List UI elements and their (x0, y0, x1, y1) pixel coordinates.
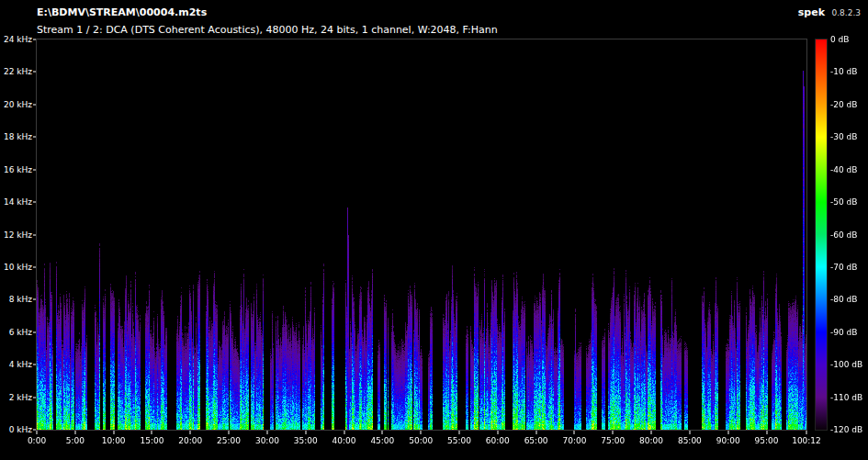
time-tick-mark (574, 431, 575, 434)
freq-tick-label: 4 kHz (9, 360, 32, 369)
freq-tick-label: 10 kHz (4, 263, 32, 272)
freq-tick-label: 22 kHz (4, 67, 32, 76)
time-tick-mark (74, 431, 75, 434)
time-tick-mark (613, 431, 614, 434)
legend-gradient-bar (816, 39, 827, 430)
time-tick-mark (305, 431, 306, 434)
time-tick-mark (421, 431, 422, 434)
time-tick-label: 20:00 (178, 436, 202, 445)
spectrogram-canvas[interactable] (37, 39, 806, 430)
spectrogram-plot[interactable] (37, 39, 806, 430)
time-tick-mark (190, 431, 191, 434)
app-name: spek (798, 6, 825, 18)
time-tick-label: 30:00 (255, 436, 279, 445)
freq-tick-label: 24 kHz (4, 35, 32, 44)
time-tick-label: 5:00 (66, 436, 85, 445)
time-tick-mark (37, 431, 38, 434)
freq-tick-label: 16 kHz (4, 165, 32, 174)
frequency-axis: 24 kHz22 kHz20 kHz18 kHz16 kHz14 kHz12 k… (0, 39, 32, 430)
time-tick-mark (152, 431, 152, 434)
legend-db-label: -20 dB (830, 100, 857, 109)
legend-db-label: -120 dB (830, 425, 862, 434)
freq-tick-label: 8 kHz (9, 295, 32, 304)
time-tick-mark (806, 431, 807, 434)
time-tick-mark (497, 431, 498, 434)
time-tick-label: 95:00 (755, 436, 779, 445)
time-tick-label: 90:00 (716, 436, 740, 445)
legend-db-label: -100 dB (830, 360, 862, 369)
time-tick-mark (689, 431, 690, 434)
time-tick-label: 85:00 (678, 436, 702, 445)
time-tick-label: 15:00 (140, 436, 163, 445)
legend-db-label: 0 dB (830, 35, 849, 44)
legend-db-label: -90 dB (830, 328, 857, 337)
spek-window: E:\BDMV\STREAM\00004.m2ts spek 0.8.2.3 S… (0, 0, 868, 460)
freq-tick-label: 6 kHz (9, 328, 32, 337)
time-tick-mark (651, 431, 652, 434)
time-axis: 0:005:0010:0015:0020:0025:0030:0035:0040… (37, 436, 806, 447)
time-axis-ticks (37, 431, 806, 434)
freq-tick-label: 12 kHz (4, 230, 32, 240)
time-tick-label: 0:00 (28, 436, 46, 445)
legend-db-label: -60 dB (830, 230, 857, 240)
time-tick-label: 60:00 (486, 436, 510, 445)
legend-db-label: -50 dB (830, 197, 857, 207)
app-version-number: 0.8.2.3 (832, 8, 862, 17)
legend-db-label: -80 dB (830, 295, 857, 304)
time-tick-mark (727, 431, 728, 434)
time-tick-mark (458, 431, 459, 434)
time-tick-label: 55:00 (447, 436, 471, 445)
time-tick-label: 80:00 (639, 436, 663, 445)
time-tick-label: 50:00 (409, 436, 433, 445)
freq-tick-label: 14 kHz (4, 197, 32, 207)
time-tick-label: 25:00 (217, 436, 241, 445)
time-tick-label: 100:12 (792, 436, 821, 445)
legend-labels: 0 dB-10 dB-20 dB-30 dB-40 dB-50 dB-60 dB… (830, 39, 868, 430)
app-title: spek 0.8.2.3 (798, 6, 861, 18)
stream-info: Stream 1 / 2: DCA (DTS Coherent Acoustic… (37, 24, 498, 36)
time-tick-mark (535, 431, 536, 434)
freq-tick-label: 18 kHz (4, 132, 32, 141)
legend-db-label: -10 dB (830, 67, 857, 76)
time-tick-label: 65:00 (524, 436, 548, 445)
time-tick-label: 45:00 (370, 436, 394, 445)
legend-db-label: -70 dB (830, 263, 857, 272)
time-tick-label: 70:00 (562, 436, 586, 445)
freq-tick-label: 20 kHz (4, 100, 32, 109)
time-tick-mark (382, 431, 383, 434)
legend-db-label: -40 dB (830, 165, 857, 174)
time-tick-mark (766, 431, 767, 434)
file-path: E:\BDMV\STREAM\00004.m2ts (37, 6, 207, 18)
legend-db-label: -110 dB (830, 393, 862, 402)
freq-tick-label: 2 kHz (9, 393, 32, 402)
time-tick-label: 10:00 (102, 436, 126, 445)
time-tick-label: 75:00 (601, 436, 625, 445)
time-tick-mark (266, 431, 267, 434)
time-tick-mark (229, 431, 230, 434)
legend-db-label: -30 dB (830, 132, 857, 141)
time-tick-label: 35:00 (294, 436, 318, 445)
freq-tick-label: 0 kHz (9, 425, 32, 434)
time-tick-mark (344, 431, 344, 434)
time-tick-label: 40:00 (333, 436, 356, 445)
time-tick-mark (113, 431, 114, 434)
